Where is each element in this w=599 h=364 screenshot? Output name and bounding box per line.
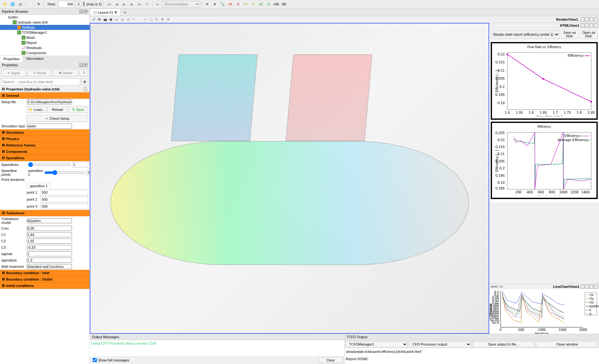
- delete-button[interactable]: ✖ Delete: [53, 69, 78, 76]
- tab-information[interactable]: Information: [23, 55, 47, 62]
- speedlines-slider[interactable]: [28, 162, 71, 167]
- tcfd-manager-select[interactable]: TCFDManager1: [346, 341, 408, 347]
- render-export-icon[interactable]: ⎘: [166, 17, 171, 22]
- linechart-tool2-icon[interactable]: ▭: [494, 284, 497, 289]
- minusx-icon[interactable]: -X: [235, 1, 241, 7]
- prev-icon[interactable]: ◀: [113, 1, 120, 7]
- grid-icon[interactable]: ▦: [17, 1, 24, 7]
- frame-arrows[interactable]: ▲▼: [82, 2, 85, 7]
- representation-select[interactable]: Representation: [162, 1, 200, 7]
- next-icon[interactable]: ▶: [129, 1, 135, 7]
- section-bc-inlet[interactable]: ⊞Boundary condition : Inlet: [0, 270, 89, 276]
- split-h-icon[interactable]: [581, 18, 584, 21]
- rot-minus90-icon[interactable]: -90: [281, 1, 287, 7]
- section-components[interactable]: ⊞Components: [0, 148, 89, 155]
- tree-item[interactable]: TCFDManager1: [0, 30, 89, 35]
- axes-icon[interactable]: ✳: [204, 1, 210, 7]
- c1-input[interactable]: [27, 232, 72, 237]
- linechart-max-icon[interactable]: [589, 285, 593, 289]
- tree-item[interactable]: Report: [0, 40, 89, 45]
- maximize-icon[interactable]: [589, 18, 593, 21]
- doc-icon[interactable]: 📄: [28, 1, 34, 7]
- time-input[interactable]: [58, 1, 75, 7]
- help-button[interactable]: ?: [79, 69, 88, 76]
- tree-item[interactable]: Components: [0, 50, 89, 55]
- split-v-icon[interactable]: [585, 18, 589, 21]
- render-camera-icon[interactable]: 📷: [103, 17, 108, 22]
- check-setup-button[interactable]: ✓ Check Setup: [27, 115, 88, 122]
- undock-icon[interactable]: ▢: [79, 10, 83, 13]
- expand-icon[interactable]: »: [156, 2, 158, 6]
- render-link-icon[interactable]: 🔗: [91, 17, 96, 22]
- plusx-icon[interactable]: +X: [227, 1, 233, 7]
- render-point-icon[interactable]: ·: [137, 17, 142, 22]
- linechart-tool4-icon[interactable]: ◇: [500, 284, 503, 289]
- c2-input[interactable]: [27, 239, 72, 244]
- speedline-points-slider[interactable]: [44, 170, 85, 175]
- section-reference-frames[interactable]: ⊞Reference frames: [0, 142, 89, 148]
- tcfd-output-body[interactable]: steadystate-tcfdcase4-efficiency1/tcfdca…: [345, 348, 599, 364]
- cmu-input[interactable]: [27, 226, 72, 231]
- play-icon[interactable]: ▶: [121, 1, 127, 7]
- linechart-split-v-icon[interactable]: [585, 285, 589, 289]
- render-grid-icon[interactable]: ▦: [108, 17, 113, 22]
- apply-button[interactable]: ✔ Apply: [1, 69, 26, 76]
- save-pdf-button[interactable]: Save as PDF: [561, 30, 578, 39]
- add-layout-tab[interactable]: +: [121, 9, 129, 16]
- render-clear-icon[interactable]: ✕: [160, 17, 165, 22]
- collapse-icon[interactable]: ⊟: [2, 87, 5, 91]
- render-poly-icon[interactable]: ◇: [125, 17, 131, 22]
- section-general[interactable]: ⊟General: [0, 92, 89, 99]
- close-panel-icon[interactable]: ✕: [84, 10, 88, 13]
- htmlview-split-h-icon[interactable]: [581, 24, 584, 27]
- render-hover-icon[interactable]: ↖: [154, 17, 159, 22]
- render-select2-icon[interactable]: ▭: [120, 17, 125, 22]
- clear-messages-button[interactable]: Clear: [318, 357, 343, 363]
- close-props-icon[interactable]: ✕: [84, 63, 88, 67]
- render-select-icon[interactable]: ▭: [114, 17, 119, 22]
- section-bc-outlet[interactable]: ⊞Boundary condition : Outlet: [0, 276, 89, 282]
- globe-icon[interactable]: 🌐: [10, 1, 16, 7]
- tree-root[interactable]: builtin:: [8, 15, 18, 19]
- plusy-icon[interactable]: +Y: [242, 1, 249, 7]
- sigmak-input[interactable]: [27, 251, 72, 256]
- render-int-icon[interactable]: ⬚: [148, 17, 153, 22]
- tab-properties[interactable]: Properties: [0, 55, 23, 62]
- linechart-tool1-icon[interactable]: ▭: [491, 284, 494, 289]
- speedline-points-count[interactable]: [87, 170, 89, 175]
- last-icon[interactable]: ⏭: [136, 1, 143, 7]
- sim-type-input[interactable]: [27, 124, 72, 129]
- render-lasso-icon[interactable]: 〰: [131, 17, 136, 22]
- pipeline-tree[interactable]: builtin: hydraulic-valve.tcfdSettingsTCF…: [0, 15, 89, 55]
- render-block-icon[interactable]: ▪: [143, 17, 148, 22]
- point2-input[interactable]: [40, 196, 88, 202]
- layout-tab-1[interactable]: ▢Layout #1⊗: [90, 9, 121, 16]
- plusz-icon[interactable]: +Z: [258, 1, 264, 7]
- c3-input[interactable]: [27, 245, 72, 250]
- section-physics[interactable]: ⊞Physics: [0, 136, 89, 142]
- render-viewport[interactable]: [90, 23, 489, 334]
- edit-icon[interactable]: ✎: [35, 1, 42, 7]
- setup-file-input[interactable]: [27, 99, 72, 104]
- point1-input[interactable]: [40, 189, 88, 195]
- undock-props-icon[interactable]: ▢: [79, 63, 83, 67]
- tcfd-processor-select[interactable]: CFD Processor output: [409, 341, 471, 347]
- open-pdf-button[interactable]: Open as PDF: [580, 30, 598, 39]
- linechart-split-h-icon[interactable]: [581, 285, 584, 289]
- gear-icon[interactable]: ⚙: [81, 78, 88, 85]
- load-button[interactable]: 📁 Load...: [27, 106, 46, 113]
- save-button[interactable]: ↻ Save: [68, 106, 88, 113]
- turb-model-input[interactable]: [27, 218, 72, 223]
- first-icon[interactable]: ⏮: [106, 1, 112, 7]
- tree-item[interactable]: Mesh: [0, 35, 89, 40]
- close-view-icon[interactable]: [594, 18, 598, 21]
- close-tab-icon[interactable]: ⊗: [114, 10, 117, 14]
- htmlview-close-icon[interactable]: [594, 24, 598, 27]
- center-icon[interactable]: ✦: [212, 1, 218, 7]
- section-simulation[interactable]: ⊞Simulation: [0, 129, 89, 136]
- linechart-close-icon[interactable]: [594, 285, 598, 289]
- loop-icon[interactable]: ↻: [144, 1, 150, 7]
- reload-button[interactable]: Reload: [47, 106, 67, 113]
- minusz-icon[interactable]: -Z: [265, 1, 272, 7]
- section-turbulence[interactable]: ⊟Turbulence: [0, 210, 89, 216]
